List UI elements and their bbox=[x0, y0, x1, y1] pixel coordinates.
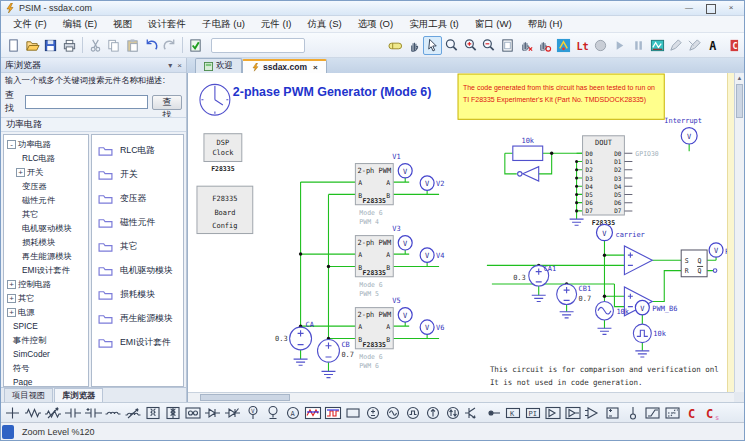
menu-item-9[interactable]: 窗口 (W) bbox=[467, 16, 520, 32]
subcircuit-box-icon[interactable] bbox=[343, 404, 363, 422]
resistor-icon[interactable] bbox=[23, 404, 43, 422]
mutual-box-icon[interactable] bbox=[183, 404, 203, 422]
menu-item-5[interactable]: 元件 (I) bbox=[253, 16, 300, 32]
current-source-icon[interactable] bbox=[423, 404, 443, 422]
source-cb[interactable]: CB 0.7 bbox=[318, 340, 355, 363]
thyristor-icon[interactable] bbox=[223, 404, 243, 422]
zoom-out-icon[interactable] bbox=[479, 36, 498, 55]
tree-item-13[interactable]: SPICE bbox=[4, 319, 88, 333]
horizontal-scrollbar[interactable] bbox=[188, 392, 734, 402]
folder-item-7[interactable]: 再生能源模块 bbox=[98, 307, 183, 331]
lt-icon[interactable]: Lt bbox=[573, 36, 592, 55]
source-ca[interactable]: CA 0.3 bbox=[275, 320, 315, 350]
board-config-block[interactable]: F28335 Board Config bbox=[197, 186, 253, 233]
folder-item-5[interactable]: 电机驱动模块 bbox=[98, 259, 183, 283]
pause-icon[interactable] bbox=[629, 36, 648, 55]
scope2-icon[interactable] bbox=[323, 404, 343, 422]
pwm-block-2[interactable]: 2-ph PWM A B A B F28335 Mode 6 PWM 5 bbox=[355, 236, 393, 299]
tree-item-12[interactable]: +电源 bbox=[4, 305, 88, 319]
tree-item-4[interactable]: 磁性元件 bbox=[4, 193, 88, 207]
pan-red-icon[interactable] bbox=[517, 36, 536, 55]
find-button[interactable]: 查找 bbox=[152, 95, 182, 110]
pwm-b6-probe[interactable]: V PWM_B6 bbox=[635, 300, 677, 314]
category-selector[interactable]: 功率电路 bbox=[1, 117, 186, 132]
dout-block[interactable]: DOUT D0 D1 D2 D3 D4 D5 D6 D7 D0 bbox=[583, 136, 659, 228]
menu-item-0[interactable]: 文件 (F) bbox=[5, 16, 55, 32]
wire-plus-icon[interactable] bbox=[3, 404, 23, 422]
panel-close-icon[interactable]: × bbox=[177, 61, 182, 70]
zoom-in-icon[interactable] bbox=[461, 36, 480, 55]
sim-check-icon[interactable] bbox=[186, 36, 205, 55]
menu-item-1[interactable]: 编辑 (E) bbox=[55, 16, 105, 32]
schematic-canvas[interactable]: 2-phase PWM Generator (Mode 6) The code … bbox=[187, 73, 744, 402]
close-button[interactable]: × bbox=[722, 3, 740, 14]
c-red-icon[interactable]: C bbox=[683, 404, 703, 422]
tab-project-view[interactable]: 项目视图 bbox=[4, 388, 53, 402]
tab-welcome[interactable]: 欢迎 bbox=[195, 58, 242, 73]
folder-item-1[interactable]: 开关 bbox=[98, 163, 183, 187]
voltage-probe2-icon[interactable] bbox=[263, 404, 283, 422]
comparator-1[interactable] bbox=[624, 246, 652, 275]
folder-item-0[interactable]: RLC电路 bbox=[98, 139, 183, 163]
print-icon[interactable] bbox=[60, 36, 79, 55]
resistor-10k[interactable]: 10k bbox=[513, 136, 543, 161]
tree-item-14[interactable]: 事件控制 bbox=[4, 333, 88, 347]
tree-expand-icon[interactable]: + bbox=[16, 168, 25, 177]
tree-item-11[interactable]: +其它 bbox=[4, 291, 88, 305]
voltage-probes[interactable]: V V1 V V2 V V3 V V4 V V5 V V6 bbox=[392, 152, 444, 334]
interrupt-probe[interactable]: Interrupt V bbox=[664, 116, 702, 144]
transformer-icon[interactable] bbox=[143, 404, 163, 422]
pwm-block-3[interactable]: 2-ph PWM A B A B F28335 Mode 6 PWM 6 bbox=[355, 308, 393, 371]
toolbar-empty-field[interactable] bbox=[211, 38, 305, 53]
ammeter-icon[interactable]: A bbox=[283, 404, 303, 422]
menu-item-10[interactable]: 帮助 (H) bbox=[520, 16, 571, 32]
current-source2-icon[interactable] bbox=[443, 404, 463, 422]
redo-icon[interactable] bbox=[160, 36, 179, 55]
search-input[interactable] bbox=[25, 95, 148, 109]
select-cursor-icon[interactable] bbox=[423, 36, 442, 55]
folder-item-3[interactable]: 磁性元件 bbox=[98, 211, 183, 235]
inductor-icon[interactable] bbox=[103, 404, 123, 422]
wire-pencil2-icon[interactable] bbox=[685, 36, 704, 55]
fit-page-icon[interactable] bbox=[498, 36, 517, 55]
square-source[interactable]: 10k bbox=[633, 324, 666, 343]
transformer2-icon[interactable] bbox=[163, 404, 183, 422]
horizontal-scroll-thumb[interactable] bbox=[200, 394, 290, 401]
save-icon[interactable] bbox=[41, 36, 60, 55]
half-red-icon[interactable]: C bbox=[722, 36, 741, 55]
pwm-block-1[interactable]: 2-ph PWM A B A B F28335 Mode 6 PWM 4 bbox=[355, 164, 393, 227]
maximize-button[interactable] bbox=[701, 3, 719, 14]
carrier-probe[interactable]: V carrier bbox=[597, 224, 645, 240]
tab-close-icon[interactable]: × bbox=[313, 63, 318, 72]
panel-collapse-icon[interactable]: ▾ bbox=[168, 61, 172, 70]
scope-icon[interactable] bbox=[303, 404, 323, 422]
new-file-icon[interactable] bbox=[4, 36, 23, 55]
limiter2-icon[interactable] bbox=[663, 404, 683, 422]
tree-item-17[interactable]: Page bbox=[4, 375, 88, 387]
cut-icon[interactable] bbox=[86, 36, 105, 55]
vertical-scroll-thumb[interactable] bbox=[736, 84, 743, 118]
capsule-icon[interactable] bbox=[386, 36, 405, 55]
pan-hand-icon[interactable] bbox=[405, 36, 424, 55]
tree-item-15[interactable]: SimCoder bbox=[4, 347, 88, 361]
pan-red2-icon[interactable] bbox=[536, 36, 555, 55]
copy-icon[interactable] bbox=[104, 36, 123, 55]
opamp-icon[interactable] bbox=[543, 404, 563, 422]
dc-source-icon[interactable] bbox=[363, 404, 383, 422]
menu-item-3[interactable]: 设计套件 bbox=[140, 16, 194, 32]
comparator-icon[interactable] bbox=[583, 404, 603, 422]
node-dot-icon[interactable] bbox=[483, 404, 503, 422]
dsp-clock-block[interactable]: DSP Clock F28335 bbox=[204, 134, 242, 173]
opamp2-icon[interactable] bbox=[563, 404, 583, 422]
capacitor-polar-icon[interactable] bbox=[83, 404, 103, 422]
tree-expand-icon[interactable]: + bbox=[7, 280, 16, 289]
zoom-icon[interactable] bbox=[442, 36, 461, 55]
probe-view-icon[interactable] bbox=[554, 36, 573, 55]
tab-library-browser[interactable]: 库浏览器 bbox=[54, 388, 103, 402]
limiter-icon[interactable] bbox=[643, 404, 663, 422]
tree-item-1[interactable]: RLC电路 bbox=[4, 151, 88, 165]
tab-ssdax[interactable]: ssdax.com × bbox=[242, 59, 327, 73]
vertical-scrollbar[interactable]: ▲ bbox=[734, 73, 744, 392]
pi-block-icon[interactable]: PI bbox=[523, 404, 543, 422]
tree-expand-icon[interactable]: - bbox=[7, 140, 16, 149]
